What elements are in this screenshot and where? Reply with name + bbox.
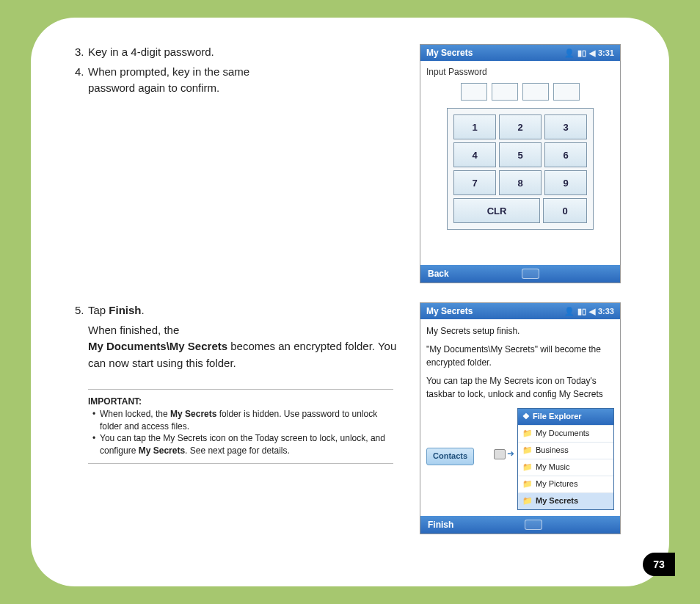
keypad-3[interactable]: 3 bbox=[544, 114, 587, 139]
softkey-back[interactable]: Back bbox=[428, 269, 449, 279]
softkey-finish[interactable]: Finish bbox=[428, 520, 453, 530]
keyboard-icon[interactable] bbox=[525, 520, 542, 530]
menu-item-my-music[interactable]: My Music bbox=[518, 459, 613, 476]
step-5: 5.Tap Finish. bbox=[75, 302, 399, 319]
keypad-0[interactable]: 0 bbox=[543, 198, 587, 223]
menu-item-my-documents[interactable]: My Documents bbox=[518, 425, 613, 442]
step-3: 3.Key in a 4-digit password. bbox=[75, 44, 399, 61]
keypad-6[interactable]: 6 bbox=[544, 142, 587, 167]
menu-header[interactable]: File Explorer bbox=[518, 409, 613, 425]
keypad-clr[interactable]: CLR bbox=[453, 198, 540, 223]
menu-item-my-secrets[interactable]: My Secrets bbox=[518, 492, 613, 509]
finish-line3: You can tap the My Secrets icon on Today… bbox=[426, 375, 614, 401]
password-digit[interactable] bbox=[492, 83, 518, 101]
phone-softkey-bar: Finish bbox=[420, 516, 620, 534]
input-password-label: Input Password bbox=[426, 67, 614, 77]
signal-icon: ▮▯ bbox=[577, 307, 586, 316]
phone-softkey-bar: Back bbox=[420, 265, 620, 283]
keypad-5[interactable]: 5 bbox=[499, 142, 542, 167]
finish-line1: My Secrets setup finish. bbox=[426, 325, 614, 338]
signal-icon: ▮▯ bbox=[577, 48, 586, 58]
numeric-keypad: 1 2 3 4 5 6 7 8 9 CLR bbox=[447, 108, 594, 230]
keyboard-icon[interactable] bbox=[522, 269, 539, 279]
menu-item-my-pictures[interactable]: My Pictures bbox=[518, 476, 613, 492]
screenshot-setup-finish: My Secrets 👤 ▮▯ ◀ 3:33 My Secrets setup … bbox=[420, 302, 621, 534]
password-digit[interactable] bbox=[522, 83, 549, 101]
volume-icon: ◀ bbox=[589, 48, 595, 58]
keypad-4[interactable]: 4 bbox=[453, 142, 496, 167]
step-4: 4.When prompted, key in the same passwor… bbox=[75, 64, 399, 97]
contacts-button[interactable]: Contacts bbox=[426, 448, 474, 465]
finish-line2: "My Documents\My Secrets" will become th… bbox=[426, 343, 614, 369]
keypad-2[interactable]: 2 bbox=[499, 114, 542, 139]
keypad-9[interactable]: 9 bbox=[544, 170, 587, 195]
screenshot-password-keypad: My Secrets 👤 ▮▯ ◀ 3:31 Input Password bbox=[420, 44, 621, 283]
keypad-7[interactable]: 7 bbox=[453, 170, 496, 195]
file-explorer-menu: File Explorer My Documents Business My M… bbox=[517, 408, 614, 510]
phone-titlebar: My Secrets 👤 ▮▯ ◀ 3:33 bbox=[420, 303, 620, 319]
phone-titlebar: My Secrets 👤 ▮▯ ◀ 3:31 bbox=[420, 45, 620, 61]
important-note: IMPORTANT: When locked, the My Secrets f… bbox=[88, 389, 393, 464]
keypad-1[interactable]: 1 bbox=[453, 114, 496, 139]
profile-icon: 👤 bbox=[564, 307, 575, 316]
taskbar-icon[interactable] bbox=[494, 449, 506, 459]
volume-icon: ◀ bbox=[589, 307, 595, 316]
arrow-icon: ➜ bbox=[507, 448, 514, 460]
password-fields bbox=[426, 83, 614, 101]
password-digit[interactable] bbox=[461, 83, 487, 101]
password-digit[interactable] bbox=[553, 83, 580, 101]
menu-item-business[interactable]: Business bbox=[518, 442, 613, 459]
profile-icon: 👤 bbox=[564, 48, 575, 58]
keypad-8[interactable]: 8 bbox=[499, 170, 542, 195]
page-number: 73 bbox=[643, 553, 675, 576]
